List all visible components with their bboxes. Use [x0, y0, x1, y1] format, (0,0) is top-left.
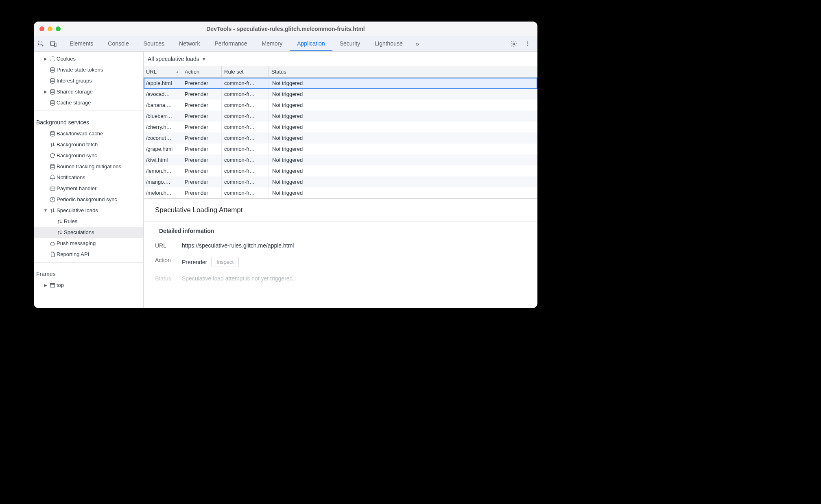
- sidebar-item-reporting-api[interactable]: Reporting API: [34, 249, 143, 260]
- table-row[interactable]: /melon.h…Prerendercommon-fr…Not triggere…: [144, 187, 537, 198]
- sidebar-item-private-state-tokens[interactable]: Private state tokens: [34, 64, 143, 75]
- table-row[interactable]: /banana.…Prerendercommon-fr…Not triggere…: [144, 100, 537, 111]
- sidebar-item-label: Notifications: [57, 174, 85, 180]
- maximize-window-button[interactable]: [56, 26, 61, 31]
- table-row[interactable]: /grape.htmlPrerendercommon-fr…Not trigge…: [144, 143, 537, 154]
- sidebar-item-label: Speculations: [64, 229, 94, 235]
- cell-ruleset: common-fr…: [222, 165, 269, 176]
- sidebar-item-push-messaging[interactable]: Push messaging: [34, 238, 143, 249]
- table-row[interactable]: /kiwi.htmlPrerendercommon-fr…Not trigger…: [144, 154, 537, 165]
- sidebar-item-interest-groups[interactable]: Interest groups: [34, 75, 143, 86]
- more-tabs-icon[interactable]: »: [413, 40, 421, 48]
- cell-url: /lemon.h…: [144, 165, 182, 176]
- bell-icon: [48, 174, 57, 181]
- table-row[interactable]: /apple.htmlPrerendercommon-fr…Not trigge…: [144, 78, 537, 89]
- cell-action: Prerender: [182, 165, 222, 176]
- devtools-window: DevTools - speculative-rules.glitch.me/c…: [34, 22, 537, 308]
- titlebar: DevTools - speculative-rules.glitch.me/c…: [34, 22, 537, 36]
- content-pane: All speculative loads ▼ URL ▲ Action Rul…: [144, 52, 537, 308]
- cell-url: /cherry.h…: [144, 122, 182, 133]
- kebab-menu-icon[interactable]: [524, 40, 532, 48]
- svg-point-7: [50, 56, 55, 61]
- window-title: DevTools - speculative-rules.glitch.me/c…: [39, 26, 533, 32]
- chevron-down-icon: ▼: [202, 56, 206, 61]
- sidebar-item-top[interactable]: ▶top: [34, 280, 143, 291]
- cell-action: Prerender: [182, 111, 222, 122]
- tab-security[interactable]: Security: [332, 36, 368, 51]
- col-action[interactable]: Action: [182, 66, 222, 77]
- table-row[interactable]: /coconut…Prerendercommon-fr…Not triggere…: [144, 133, 537, 143]
- sidebar-item-notifications[interactable]: Notifications: [34, 172, 143, 183]
- sidebar-item-label: Reporting API: [57, 251, 89, 257]
- inspect-element-icon[interactable]: [37, 40, 45, 48]
- sidebar-item-bounce-tracking-mitigations[interactable]: Bounce tracking mitigations: [34, 161, 143, 172]
- table-row[interactable]: /cherry.h…Prerendercommon-fr…Not trigger…: [144, 122, 537, 133]
- sidebar-item-background-fetch[interactable]: Background fetch: [34, 139, 143, 150]
- cookie-icon: [48, 56, 57, 62]
- chevron-right-icon: ▶: [43, 283, 48, 287]
- cell-status: Not triggered: [269, 100, 537, 111]
- sidebar-item-rules[interactable]: Rules: [34, 216, 143, 227]
- sidebar-item-cache-storage[interactable]: Cache storage: [34, 97, 143, 108]
- cell-url: /apple.html: [144, 78, 182, 89]
- cell-status: Not triggered: [269, 122, 537, 133]
- tab-application[interactable]: Application: [290, 36, 332, 51]
- sidebar-item-speculative-loads[interactable]: ▼Speculative loads: [34, 205, 143, 216]
- filter-bar[interactable]: All speculative loads ▼: [144, 52, 537, 66]
- sidebar-item-back-forward-cache[interactable]: Back/forward cache: [34, 128, 143, 139]
- tab-sources[interactable]: Sources: [136, 36, 172, 51]
- svg-point-8: [50, 67, 54, 69]
- minimize-window-button[interactable]: [48, 26, 52, 31]
- cell-action: Prerender: [182, 187, 222, 198]
- sidebar-item-background-sync[interactable]: Background sync: [34, 150, 143, 161]
- table-row[interactable]: /mango.…Prerendercommon-fr…Not triggered: [144, 176, 537, 187]
- cell-url: /kiwi.html: [144, 154, 182, 165]
- sidebar-item-cookies[interactable]: ▶Cookies: [34, 53, 143, 64]
- tab-elements[interactable]: Elements: [62, 36, 100, 51]
- sidebar-section-frames: Frames: [34, 265, 143, 280]
- cell-ruleset: common-fr…: [222, 143, 269, 154]
- application-sidebar: ▶CookiesPrivate state tokensInterest gro…: [34, 52, 144, 308]
- clock-icon: [48, 196, 57, 203]
- sidebar-item-periodic-background-sync[interactable]: Periodic background sync: [34, 194, 143, 205]
- cell-url: /blueberr…: [144, 111, 182, 122]
- inspect-button[interactable]: Inspect: [211, 257, 239, 267]
- col-url[interactable]: URL ▲: [144, 66, 182, 77]
- tab-memory[interactable]: Memory: [255, 36, 290, 51]
- cell-action: Prerender: [182, 78, 222, 89]
- tab-network[interactable]: Network: [172, 36, 207, 51]
- sync-icon: [48, 152, 57, 159]
- sidebar-item-shared-storage[interactable]: ▶Shared storage: [34, 86, 143, 97]
- device-toolbar-icon[interactable]: [49, 40, 57, 48]
- sidebar-item-speculations[interactable]: Speculations: [34, 227, 143, 238]
- close-window-button[interactable]: [39, 26, 44, 31]
- chevron-down-icon: ▼: [43, 208, 48, 213]
- chevron-right-icon: ▶: [43, 89, 48, 94]
- table-row[interactable]: /blueberr…Prerendercommon-fr…Not trigger…: [144, 111, 537, 122]
- sidebar-item-label: Periodic background sync: [57, 196, 117, 202]
- speculations-table: URL ▲ Action Rule set Status /apple.html…: [144, 66, 537, 198]
- settings-gear-icon[interactable]: [510, 40, 518, 48]
- tab-performance[interactable]: Performance: [207, 36, 254, 51]
- sidebar-item-label: Interest groups: [57, 78, 92, 84]
- tab-console[interactable]: Console: [100, 36, 136, 51]
- cell-ruleset: common-fr…: [222, 176, 269, 187]
- col-ruleset[interactable]: Rule set: [222, 66, 269, 77]
- cell-action: Prerender: [182, 122, 222, 133]
- cell-url: /coconut…: [144, 133, 182, 143]
- table-row[interactable]: /lemon.h…Prerendercommon-fr…Not triggere…: [144, 165, 537, 176]
- db-icon: [48, 163, 57, 170]
- db-icon: [48, 130, 57, 137]
- svg-point-13: [50, 164, 54, 166]
- cell-status: Not triggered: [269, 111, 537, 122]
- cell-status: Not triggered: [269, 133, 537, 143]
- cell-action: Prerender: [182, 100, 222, 111]
- table-row[interactable]: /avocad…Prerendercommon-fr…Not triggered: [144, 89, 537, 100]
- svg-rect-14: [50, 187, 55, 190]
- doc-icon: [48, 251, 57, 258]
- sidebar-item-label: Push messaging: [57, 240, 96, 246]
- sidebar-item-payment-handler[interactable]: Payment handler: [34, 183, 143, 194]
- col-status[interactable]: Status: [269, 66, 537, 77]
- tab-lighthouse[interactable]: Lighthouse: [367, 36, 410, 51]
- cell-ruleset: common-fr…: [222, 78, 269, 89]
